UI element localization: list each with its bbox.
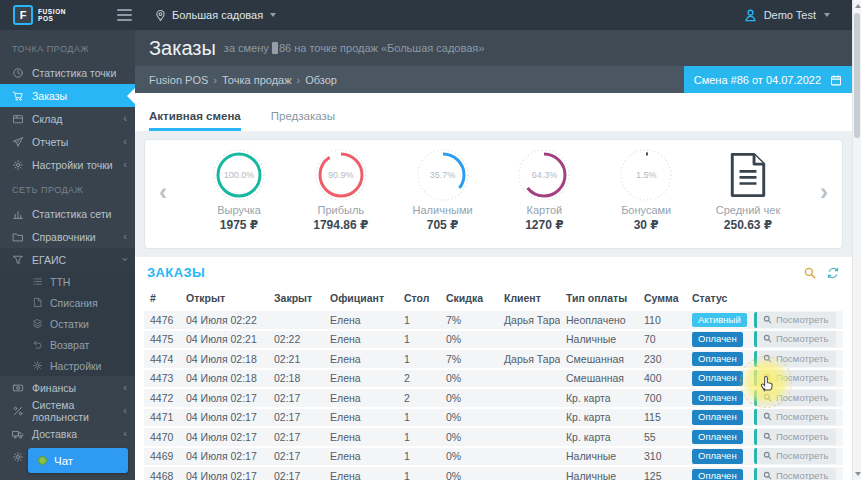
order-cell: 04 Июля 02:17	[180, 392, 268, 404]
stat-label: Средний чек	[716, 204, 780, 216]
breadcrumb-pos[interactable]: Точка продаж	[222, 74, 300, 86]
magnifier-icon	[763, 334, 772, 343]
status-badge: Оплачен	[692, 332, 743, 347]
view-order-button[interactable]: Посмотреть	[754, 390, 836, 406]
sidebar-item-reports[interactable]: Отчеты‹	[0, 130, 135, 153]
magnifier-icon	[763, 393, 772, 402]
user-menu[interactable]: Demo Test	[743, 8, 852, 23]
orders-header: ЗАКАЗЫ	[144, 257, 843, 287]
undo-icon	[32, 339, 43, 350]
order-cell: 1	[398, 353, 440, 365]
view-order-button[interactable]: Посмотреть	[754, 409, 836, 425]
order-cell: 0%	[440, 392, 498, 404]
stat-card: 64.3%Картой1270 ₽	[494, 148, 594, 232]
stat-profit: 90.9%Прибыль1794.86 ₽	[291, 148, 391, 232]
status-badge: Оплачен	[692, 430, 743, 445]
view-order-button[interactable]: Посмотреть	[754, 370, 836, 386]
search-icon[interactable]	[803, 266, 817, 280]
sidebar-item-label: Статистика точки	[32, 67, 116, 79]
carousel-next-button[interactable]: ›	[820, 180, 828, 204]
donut-chart: 100.0%	[212, 148, 266, 202]
sidebar-item-writeoffs[interactable]: Списания	[0, 292, 135, 313]
order-cell: 0%	[440, 431, 498, 443]
table-header-row: #ОткрытЗакрытОфициантСтолСкидкаКлиентТип…	[144, 287, 843, 311]
sidebar-item-point-settings[interactable]: Настройки точки‹	[0, 153, 135, 176]
order-cell: 4468	[144, 470, 180, 480]
view-order-button[interactable]: Посмотреть	[754, 468, 836, 480]
sidebar-item-ttn[interactable]: ТТН	[0, 271, 135, 292]
sidebar-item-delivery[interactable]: Доставка‹	[0, 422, 135, 445]
magnifier-icon	[763, 432, 772, 441]
chevron-down-icon	[824, 13, 830, 17]
sidebar-item-stocks[interactable]: Остатки	[0, 313, 135, 334]
sidebar-item-point-stats[interactable]: Статистика точки	[0, 61, 135, 84]
sidebar-item-label: Склад	[32, 113, 62, 125]
view-order-label: Посмотреть	[776, 353, 828, 364]
sidebar-item-directories[interactable]: Справочники‹	[0, 225, 135, 248]
breadcrumb-bar: Fusion POS Точка продаж Обзор Смена #86 …	[135, 66, 852, 93]
stat-label: Бонусами	[621, 204, 671, 216]
breadcrumb-overview[interactable]: Обзор	[305, 74, 337, 86]
order-cell: 0%	[440, 411, 498, 423]
tab-active-shift[interactable]: Активная смена	[149, 110, 241, 131]
column-header: Стол	[398, 292, 440, 304]
view-order-button[interactable]: Посмотреть	[754, 351, 836, 367]
location-selector[interactable]: Большая садовая	[154, 9, 276, 22]
donut-chart: 90.9%	[314, 148, 368, 202]
stat-label: Картой	[527, 204, 563, 216]
sidebar-item-orders[interactable]: Заказы	[0, 84, 135, 107]
order-cell: 700	[638, 392, 686, 404]
donut-chart: 64.3%	[517, 148, 571, 202]
truck-icon	[12, 428, 24, 440]
shift-date-badge[interactable]: Смена #86 от 04.07.2022	[684, 66, 852, 93]
stat-value: 705 ₽	[427, 218, 459, 232]
order-cell: 1	[398, 431, 440, 443]
vertical-scrollbar[interactable]	[852, 0, 861, 480]
view-order-button[interactable]: Посмотреть	[754, 331, 836, 347]
column-header: #	[144, 292, 180, 304]
sidebar-item-egais[interactable]: ЕГАИС‹	[0, 248, 135, 271]
status-badge: Оплачен	[692, 449, 743, 464]
sidebar-item-label: Финансы	[32, 382, 76, 394]
sidebar-item-warehouse[interactable]: Склад‹	[0, 107, 135, 130]
order-cell: Наличные	[560, 450, 638, 462]
sidebar-item-settings[interactable]: Настройки	[0, 355, 135, 376]
stat-value: 30 ₽	[634, 218, 659, 232]
order-cell: Елена	[324, 333, 398, 345]
scroll-up-arrow[interactable]	[853, 0, 861, 12]
sidebar-item-finance[interactable]: Финансы‹	[0, 376, 135, 399]
page-title: Заказы	[149, 37, 216, 60]
order-cell: 02:17	[268, 431, 324, 443]
sidebar-item-returns[interactable]: Возврат	[0, 334, 135, 355]
main-content: Заказы за смену#86на точке продаж «Больш…	[135, 30, 852, 480]
tab-bar: Активная смена Предзаказы	[135, 93, 852, 131]
chat-button[interactable]: Чат	[28, 448, 128, 473]
view-order-button[interactable]: Посмотреть	[754, 429, 836, 445]
refresh-icon[interactable]	[826, 266, 840, 280]
scroll-down-arrow[interactable]	[853, 468, 861, 480]
sidebar-item-label: Остатки	[50, 318, 89, 330]
carousel-prev-button[interactable]: ‹	[159, 180, 167, 204]
order-cell: 0%	[440, 372, 498, 384]
orders-title: ЗАКАЗЫ	[147, 265, 205, 280]
scrollbar-thumb[interactable]	[854, 13, 860, 138]
sidebar-item-network-stats[interactable]: Статистика сети	[0, 202, 135, 225]
menu-toggle-icon[interactable]	[117, 9, 132, 21]
column-header: Клиент	[498, 292, 560, 304]
sidebar-item-loyalty[interactable]: Система лояльности‹	[0, 399, 135, 422]
stat-bonus: 1.5%Бонусами30 ₽	[596, 148, 696, 232]
topbar: F FUSIONPOS Большая садовая Demo Test	[0, 0, 852, 30]
order-cell: Елена	[324, 450, 398, 462]
breadcrumb-home[interactable]: Fusion POS	[149, 74, 217, 86]
order-cell: Наличные	[560, 333, 638, 345]
view-order-button[interactable]: Посмотреть	[754, 312, 836, 328]
brand-logo[interactable]: F FUSIONPOS	[0, 5, 117, 25]
sidebar-item-label: Настройки	[50, 360, 102, 372]
view-order-label: Посмотреть	[776, 431, 828, 442]
view-order-button[interactable]: Посмотреть	[754, 448, 836, 464]
order-cell: 04 Июля 02:18	[180, 372, 268, 384]
sidebar-section-point-of-sale: ТОЧКА ПРОДАЖ	[0, 35, 135, 61]
order-cell: 110	[638, 314, 686, 326]
status-badge: Оплачен	[692, 391, 743, 406]
tab-preorders[interactable]: Предзаказы	[271, 110, 335, 131]
